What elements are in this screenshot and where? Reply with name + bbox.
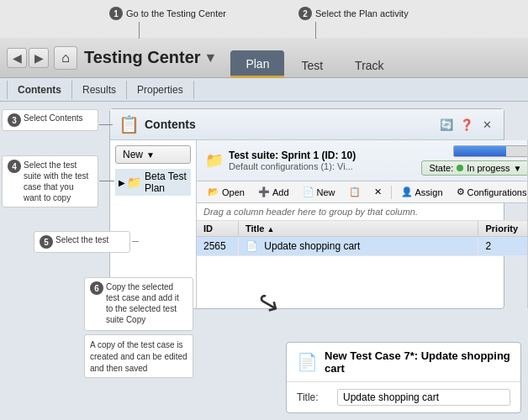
nav-title: Testing Center — [84, 48, 201, 67]
annotation-number-2: 2 — [298, 7, 312, 20]
suite-name: Test suite: Sprint 1 (ID: 10) — [229, 150, 356, 161]
cell-id: 2565 — [197, 237, 239, 255]
toolbar-open[interactable]: 📂 Open — [202, 184, 251, 200]
copy-icon: 📋 — [349, 186, 361, 197]
tab-test[interactable]: Test — [286, 52, 338, 77]
col-priority[interactable]: Priority — [478, 221, 528, 236]
panel-title: 📋 Contents — [119, 114, 196, 134]
annotation-5-box: 5 Select the test — [34, 231, 130, 253]
table-row[interactable]: 2565 📄 Update shopping cart 2 — [197, 237, 528, 256]
suite-icon: 📁 — [205, 151, 224, 170]
tab-plan[interactable]: Plan — [230, 50, 284, 77]
nav-bar: ◀ ▶ ⌂ Testing Center ▼ Plan Test Track — [0, 38, 528, 78]
add-icon: ➕ — [258, 186, 270, 197]
nav-dropdown[interactable]: ▼ — [204, 50, 218, 66]
config-icon: ⚙ — [457, 186, 465, 197]
result-box: 📄 New Test Case 7*: Update shopping cart… — [286, 342, 521, 413]
new-button-arrow: ▼ — [146, 150, 155, 160]
new-button[interactable]: New ▼ — [115, 145, 191, 164]
annotation-1: 1 Go to the Testing Center — [109, 7, 226, 20]
panel-help-icon[interactable]: ❓ — [458, 116, 475, 133]
annot-text-3: Select Contents — [24, 113, 83, 123]
tree-item-label: Beta Test Plan — [145, 171, 187, 194]
annotation-text-2: Select the Plan activity — [315, 8, 409, 18]
state-label: State: — [429, 163, 453, 173]
toolbar-new[interactable]: 📄 New — [297, 184, 341, 200]
annot-text-5: Select the test — [55, 235, 108, 244]
result-field-label: Title: — [297, 391, 330, 403]
toolbar-configurations[interactable]: ⚙ Configurations — [451, 184, 528, 200]
grid-header: ID Title ▲ Priority — [197, 221, 528, 237]
annot-num-4: 4 — [8, 160, 21, 173]
suite-header: 📁 Test suite: Sprint 1 (ID: 10) Default … — [197, 140, 528, 181]
progress-bar — [453, 145, 528, 157]
result-field-value[interactable]: Update shopping cart — [337, 389, 510, 406]
state-dot — [457, 165, 463, 171]
sub-tab-results[interactable]: Results — [72, 81, 127, 99]
panel-header: 📋 Contents 🔄 ❓ ✕ — [110, 109, 504, 140]
forward-button[interactable]: ▶ — [29, 48, 49, 68]
result-icon: 📄 — [297, 352, 318, 372]
open-icon: 📂 — [208, 186, 219, 197]
delete-icon: ✕ — [374, 186, 382, 197]
state-dropdown[interactable]: ▼ — [514, 164, 522, 173]
toolbar-copy[interactable]: 📋 — [343, 184, 367, 200]
col-id[interactable]: ID — [197, 221, 239, 236]
annotation-4-box: 4 Select the test suite with the test ca… — [2, 155, 98, 207]
sort-arrow: ▲ — [267, 225, 274, 234]
annot-text-6-title: Copy the selected test case and add it t… — [106, 281, 187, 325]
new-button-label: New — [123, 149, 143, 160]
annot-text-4: Select the test suite with the test case… — [24, 160, 92, 203]
annot-text-6-sub: A copy of the test case is created and c… — [90, 340, 187, 373]
annotation-line-2 — [315, 22, 316, 39]
panel-refresh-icon[interactable]: 🔄 — [438, 116, 455, 133]
new-icon: 📄 — [303, 186, 314, 197]
toolbar-delete[interactable]: ✕ — [368, 184, 388, 200]
nav-tabs: Plan Test Track — [230, 38, 400, 77]
panel-icons: 🔄 ❓ ✕ — [438, 116, 495, 133]
tree-expand-icon: ▶ — [119, 178, 125, 187]
col-title[interactable]: Title ▲ — [239, 221, 478, 236]
cell-priority: 2 — [478, 237, 528, 255]
right-panel: 📁 Test suite: Sprint 1 (ID: 10) Default … — [197, 140, 528, 308]
home-button[interactable]: ⌂ — [54, 46, 77, 70]
contents-icon: 📋 — [119, 114, 140, 134]
result-field: Title: Update shopping cart — [287, 382, 520, 412]
back-button[interactable]: ◀ — [7, 48, 27, 68]
leader-line-5 — [132, 241, 139, 242]
assign-icon: 👤 — [401, 186, 413, 197]
toolbar: 📂 Open ➕ Add 📄 New 📋 ✕ — [197, 181, 528, 203]
suite-sub: Default configurations (1): Vi... — [229, 161, 356, 171]
toolbar-assign[interactable]: 👤 Assign — [395, 184, 449, 200]
annotation-number-1: 1 — [109, 7, 123, 20]
leader-line-3 — [99, 124, 113, 125]
sub-nav: Contents Results Properties — [0, 78, 528, 102]
panel-title-text: Contents — [145, 118, 196, 131]
toolbar-divider — [391, 186, 392, 199]
cell-title: 📄 Update shopping cart — [239, 237, 478, 255]
progress-bar-inner — [454, 146, 506, 156]
sub-tab-properties[interactable]: Properties — [127, 81, 194, 99]
sub-tab-contents[interactable]: Contents — [7, 81, 72, 99]
annotation-text-1: Go to the Testing Center — [126, 8, 226, 18]
tab-track[interactable]: Track — [340, 52, 399, 77]
cell-title-text: Update shopping cart — [264, 240, 360, 252]
panel-close-icon[interactable]: ✕ — [478, 116, 495, 133]
suite-text: Test suite: Sprint 1 (ID: 10) Default co… — [229, 150, 356, 171]
leader-line-4 — [99, 181, 114, 181]
annotation-2: 2 Select the Plan activity — [298, 7, 409, 20]
drag-hint: Drag a column header here to group by th… — [197, 203, 528, 221]
annotation-line-1 — [139, 22, 140, 39]
row-icon: 📄 — [246, 240, 258, 252]
suite-right: State: In progess ▼ — [421, 145, 528, 176]
annot-num-3: 3 — [8, 113, 21, 127]
tree-folder-icon: 📁 — [127, 176, 141, 189]
tree-item-beta[interactable]: ▶ 📁 Beta Test Plan — [115, 169, 191, 196]
result-header: 📄 New Test Case 7*: Update shopping cart — [287, 343, 520, 382]
annotation-6-box: 6 Copy the selected test case and add it… — [84, 277, 193, 378]
toolbar-add[interactable]: ➕ Add — [252, 184, 295, 200]
annotation-3-box: 3 Select Contents — [2, 109, 98, 131]
state-value: In progess — [467, 163, 510, 173]
result-title: New Test Case 7*: Update shopping cart — [325, 349, 510, 375]
state-badge: State: In progess ▼ — [421, 160, 528, 176]
